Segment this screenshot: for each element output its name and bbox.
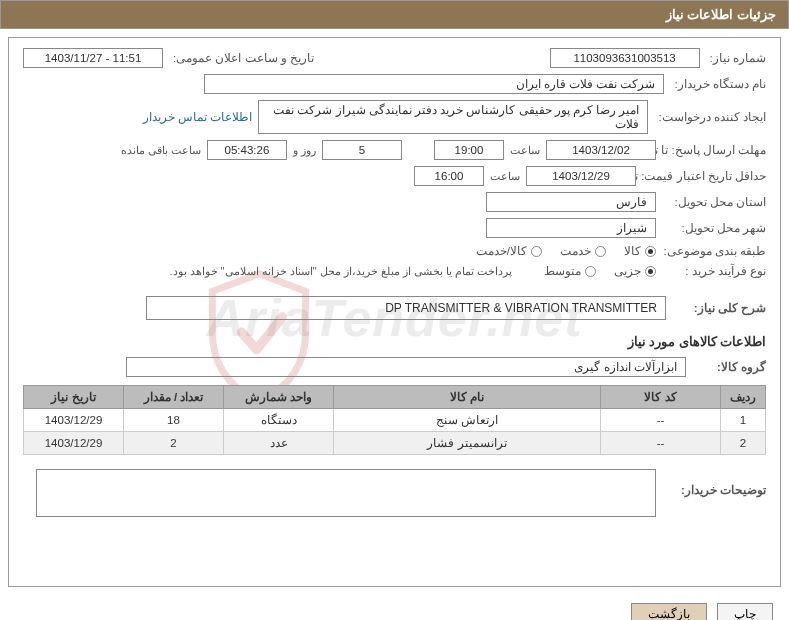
cell-code: -- xyxy=(601,432,721,455)
radio-service-label: خدمت xyxy=(560,244,591,258)
cell-name: ترانسمیتر فشار xyxy=(334,432,601,455)
price-validity-time-field: 16:00 xyxy=(414,166,484,186)
days-and-label: روز و xyxy=(293,144,316,157)
announce-field: 1403/11/27 - 11:51 xyxy=(23,48,163,68)
need-number-label: شماره نیاز: xyxy=(710,51,766,65)
radio-goods-label: کالا xyxy=(624,244,641,258)
need-number-row: شماره نیاز: 1103093631003513 تاریخ و ساع… xyxy=(23,48,766,68)
buyer-notes-field xyxy=(36,469,656,517)
price-validity-row: حداقل تاریخ اعتبار قیمت: تا تاریخ: 1403/… xyxy=(23,166,766,186)
need-number-field: 1103093631003513 xyxy=(550,48,700,68)
province-label: استان محل تحویل: xyxy=(666,195,766,209)
radio-goods[interactable]: کالا xyxy=(624,244,656,258)
goods-group-label: گروه کالا: xyxy=(696,360,766,374)
buyer-org-field: شرکت نفت فلات قاره ایران xyxy=(204,74,664,94)
radio-service[interactable]: خدمت xyxy=(560,244,606,258)
reply-date-field: 1403/12/02 xyxy=(546,140,656,160)
process-type-label: نوع فرآیند خرید : xyxy=(666,264,766,278)
price-validity-date-field: 1403/12/29 xyxy=(526,166,636,186)
time-label-2: ساعت xyxy=(490,170,520,183)
city-row: شهر محل تحویل: شیراز xyxy=(23,218,766,238)
radio-medium-label: متوسط xyxy=(544,264,581,278)
buyer-org-label: نام دستگاه خریدار: xyxy=(674,77,766,91)
province-row: استان محل تحویل: فارس xyxy=(23,192,766,212)
cell-row: 2 xyxy=(721,432,766,455)
table-row: 2 -- ترانسمیتر فشار عدد 2 1403/12/29 xyxy=(24,432,766,455)
city-label: شهر محل تحویل: xyxy=(666,221,766,235)
remaining-label: ساعت باقی مانده xyxy=(121,144,201,157)
general-desc-field: DP TRANSMITTER & VIBRATION TRANSMITTER xyxy=(146,296,666,320)
process-type-row: نوع فرآیند خرید : جزیی متوسط پرداخت تمام… xyxy=(23,264,766,278)
table-header-row: ردیف کد کالا نام کالا واحد شمارش تعداد /… xyxy=(24,386,766,409)
general-desc-row: شرح کلی نیاز: DP TRANSMITTER & VIBRATION… xyxy=(23,296,766,320)
buyer-notes-row: توضیحات خریدار: xyxy=(23,469,766,517)
cell-qty: 2 xyxy=(124,432,224,455)
goods-table: ردیف کد کالا نام کالا واحد شمارش تعداد /… xyxy=(23,385,766,455)
print-button[interactable]: چاپ xyxy=(717,603,773,620)
reply-time-field: 19:00 xyxy=(434,140,504,160)
table-row: 1 -- ارتعاش سنج دستگاه 18 1403/12/29 xyxy=(24,409,766,432)
th-date: تاریخ نیاز xyxy=(24,386,124,409)
requester-field: امیر رضا کرم پور حقیقی کارشناس خرید دفتر… xyxy=(258,100,648,134)
reply-deadline-row: مهلت ارسال پاسخ: تا تاریخ: 1403/12/02 سا… xyxy=(23,140,766,160)
radio-goods-service[interactable]: کالا/خدمت xyxy=(476,244,542,258)
radio-circle-icon xyxy=(531,246,542,257)
radio-circle-icon xyxy=(585,266,596,277)
process-type-radios: جزیی متوسط xyxy=(544,264,656,278)
th-unit: واحد شمارش xyxy=(224,386,334,409)
cell-code: -- xyxy=(601,409,721,432)
days-field: 5 xyxy=(322,140,402,160)
announce-label: تاریخ و ساعت اعلان عمومی: xyxy=(173,51,314,65)
panel-title: جزئیات اطلاعات نیاز xyxy=(666,7,776,22)
cell-date: 1403/12/29 xyxy=(24,409,124,432)
cell-qty: 18 xyxy=(124,409,224,432)
time-label-1: ساعت xyxy=(510,144,540,157)
radio-partial[interactable]: جزیی xyxy=(614,264,656,278)
requester-row: ایجاد کننده درخواست: امیر رضا کرم پور حق… xyxy=(23,100,766,134)
radio-goods-service-label: کالا/خدمت xyxy=(476,244,527,258)
cell-name: ارتعاش سنج xyxy=(334,409,601,432)
footer-buttons: چاپ بازگشت xyxy=(0,595,789,620)
radio-medium[interactable]: متوسط xyxy=(544,264,596,278)
main-panel: AriaTender.net شماره نیاز: 1103093631003… xyxy=(8,37,781,587)
countdown-field: 05:43:26 xyxy=(207,140,287,160)
requester-label: ایجاد کننده درخواست: xyxy=(658,110,766,124)
radio-circle-icon xyxy=(645,246,656,257)
reply-deadline-label: مهلت ارسال پاسخ: تا تاریخ: xyxy=(666,143,766,158)
radio-circle-icon xyxy=(645,266,656,277)
radio-partial-label: جزیی xyxy=(614,264,641,278)
back-button[interactable]: بازگشت xyxy=(631,603,707,620)
general-desc-label: شرح کلی نیاز: xyxy=(676,301,766,315)
subject-class-radios: کالا خدمت کالا/خدمت xyxy=(476,244,656,258)
contact-link[interactable]: اطلاعات تماس خریدار xyxy=(143,110,253,124)
cell-row: 1 xyxy=(721,409,766,432)
radio-circle-icon xyxy=(595,246,606,257)
province-field: فارس xyxy=(486,192,656,212)
goods-info-title: اطلاعات کالاهای مورد نیاز xyxy=(23,334,766,349)
buyer-org-row: نام دستگاه خریدار: شرکت نفت فلات قاره ای… xyxy=(23,74,766,94)
th-name: نام کالا xyxy=(334,386,601,409)
buyer-notes-label: توضیحات خریدار: xyxy=(666,469,766,497)
th-code: کد کالا xyxy=(601,386,721,409)
cell-unit: عدد xyxy=(224,432,334,455)
th-qty: تعداد / مقدار xyxy=(124,386,224,409)
subject-class-label: طبقه بندی موضوعی: xyxy=(666,244,766,258)
cell-date: 1403/12/29 xyxy=(24,432,124,455)
th-row: ردیف xyxy=(721,386,766,409)
panel-header: جزئیات اطلاعات نیاز xyxy=(0,0,789,29)
cell-unit: دستگاه xyxy=(224,409,334,432)
price-validity-label: حداقل تاریخ اعتبار قیمت: تا تاریخ: xyxy=(646,169,766,184)
subject-class-row: طبقه بندی موضوعی: کالا خدمت کالا/خدمت xyxy=(23,244,766,258)
payment-note: پرداخت تمام یا بخشی از مبلغ خرید،از محل … xyxy=(169,265,512,278)
city-field: شیراز xyxy=(486,218,656,238)
goods-group-row: گروه کالا: ابزارآلات اندازه گیری xyxy=(23,357,766,377)
goods-group-field: ابزارآلات اندازه گیری xyxy=(126,357,686,377)
